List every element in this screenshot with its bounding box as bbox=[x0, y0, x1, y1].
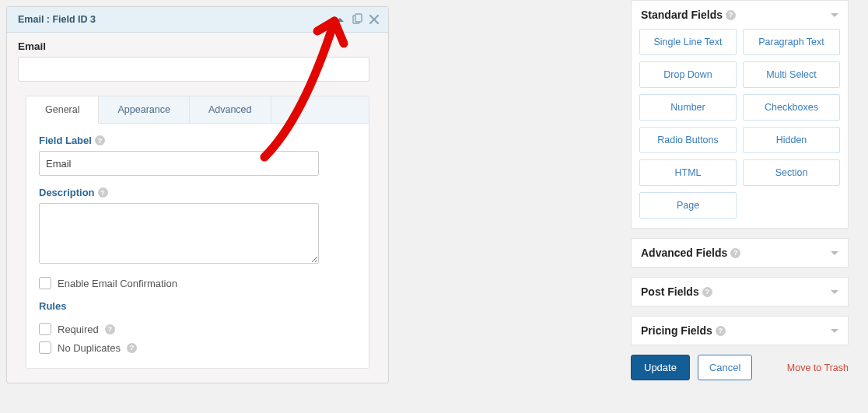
description-input[interactable] bbox=[39, 203, 319, 264]
svg-rect-1 bbox=[355, 14, 362, 22]
add-field-html[interactable]: HTML bbox=[639, 159, 737, 186]
advanced-fields-panel: Advanced Fields ? bbox=[631, 238, 849, 268]
description-caption: Description bbox=[39, 187, 95, 198]
rules-heading: Rules bbox=[39, 300, 356, 312]
update-button[interactable]: Update bbox=[631, 355, 690, 380]
add-field-section[interactable]: Section bbox=[743, 159, 840, 186]
chevron-down-icon bbox=[831, 251, 838, 255]
add-field-paragraph-text[interactable]: Paragraph Text bbox=[743, 29, 840, 55]
help-icon[interactable]: ? bbox=[726, 10, 736, 20]
add-field-checkboxes[interactable]: Checkboxes bbox=[743, 94, 840, 121]
help-icon[interactable]: ? bbox=[98, 187, 108, 198]
standard-fields-title: Standard Fields bbox=[641, 9, 723, 21]
tab-appearance[interactable]: Appearance bbox=[99, 96, 189, 123]
tab-advanced[interactable]: Advanced bbox=[190, 96, 271, 123]
help-icon[interactable]: ? bbox=[702, 287, 712, 297]
move-to-trash-link[interactable]: Move to Trash bbox=[787, 362, 849, 373]
action-row: Update Cancel Move to Trash bbox=[631, 355, 849, 380]
required-label: Required bbox=[58, 324, 99, 335]
tab-general[interactable]: General bbox=[26, 96, 99, 124]
chevron-down-icon bbox=[831, 290, 838, 294]
add-field-multi-select[interactable]: Multi Select bbox=[743, 61, 840, 88]
advanced-fields-title: Advanced Fields bbox=[641, 247, 727, 259]
field-label-input[interactable] bbox=[39, 151, 319, 176]
cancel-button[interactable]: Cancel bbox=[698, 355, 752, 380]
advanced-fields-header[interactable]: Advanced Fields ? bbox=[632, 239, 848, 267]
preview-field-label: Email bbox=[18, 40, 377, 52]
post-fields-title: Post Fields bbox=[641, 285, 699, 298]
post-fields-header[interactable]: Post Fields ? bbox=[632, 278, 848, 306]
standard-fields-panel: Standard Fields ? Single Line Text Parag… bbox=[631, 0, 849, 229]
field-label-caption: Field Label bbox=[39, 135, 92, 146]
pricing-fields-title: Pricing Fields bbox=[641, 324, 712, 337]
collapse-icon[interactable] bbox=[332, 12, 348, 27]
preview-field-input[interactable] bbox=[18, 57, 369, 82]
help-icon[interactable]: ? bbox=[730, 248, 740, 258]
help-icon[interactable]: ? bbox=[105, 324, 115, 334]
field-editor-panel: Email : Field ID 3 Email General Appeara… bbox=[6, 6, 389, 383]
pricing-fields-header[interactable]: Pricing Fields ? bbox=[632, 317, 848, 345]
field-editor-header[interactable]: Email : Field ID 3 bbox=[7, 7, 388, 33]
help-icon[interactable]: ? bbox=[127, 343, 137, 353]
add-field-radio-buttons[interactable]: Radio Buttons bbox=[639, 127, 737, 153]
add-field-single-line-text[interactable]: Single Line Text bbox=[639, 29, 737, 55]
pricing-fields-panel: Pricing Fields ? bbox=[631, 316, 849, 345]
required-checkbox[interactable] bbox=[39, 323, 51, 335]
no-duplicates-label: No Duplicates bbox=[58, 342, 121, 354]
add-field-drop-down[interactable]: Drop Down bbox=[639, 61, 737, 88]
post-fields-panel: Post Fields ? bbox=[631, 277, 849, 306]
standard-fields-header[interactable]: Standard Fields ? bbox=[632, 1, 848, 29]
chevron-down-icon bbox=[831, 329, 838, 333]
chevron-down-icon bbox=[831, 13, 838, 17]
add-field-hidden[interactable]: Hidden bbox=[743, 127, 840, 153]
help-icon[interactable]: ? bbox=[95, 135, 105, 145]
no-duplicates-checkbox[interactable] bbox=[39, 341, 51, 354]
duplicate-icon[interactable] bbox=[349, 12, 365, 27]
add-field-number[interactable]: Number bbox=[639, 94, 737, 121]
settings-tabs: General Appearance Advanced bbox=[26, 96, 369, 124]
field-editor-title: Email : Field ID 3 bbox=[18, 14, 96, 25]
add-field-page[interactable]: Page bbox=[639, 192, 737, 219]
help-icon[interactable]: ? bbox=[716, 326, 726, 336]
close-icon[interactable] bbox=[366, 12, 382, 27]
enable-confirmation-checkbox[interactable] bbox=[39, 277, 51, 289]
enable-confirmation-label: Enable Email Confirmation bbox=[58, 278, 177, 289]
